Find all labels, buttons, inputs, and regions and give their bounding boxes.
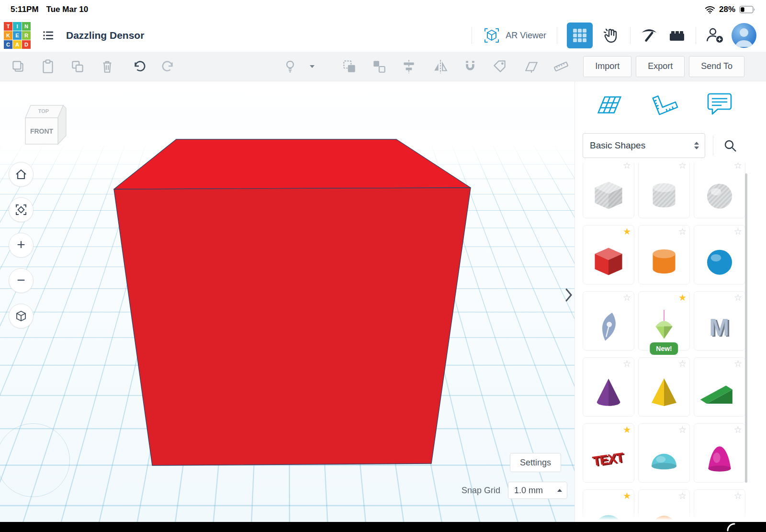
shape-tile-hole-sphere[interactable]: ☆	[694, 163, 745, 218]
export-button[interactable]: Export	[636, 56, 685, 77]
favorite-star-icon[interactable]: ★	[623, 424, 631, 435]
workplane-helper-button[interactable]	[594, 90, 623, 118]
user-avatar[interactable]	[732, 23, 756, 48]
shape-tile-tube[interactable]: ☆	[638, 489, 690, 522]
shape-tile-top[interactable]: ★New!	[638, 291, 690, 351]
ar-viewer-label: AR Viewer	[506, 31, 546, 41]
shape-tile-pyramid[interactable]: ☆	[638, 357, 690, 417]
share-button[interactable]	[703, 24, 726, 47]
favorite-star-icon[interactable]: ☆	[623, 292, 631, 303]
history-icon-group	[130, 58, 177, 75]
ruler-helper-button[interactable]	[649, 90, 679, 118]
delete-icon[interactable]	[99, 58, 116, 75]
paint-icon[interactable]	[491, 58, 508, 75]
shape-tile-prism[interactable]: ☆	[694, 489, 745, 522]
favorite-star-icon[interactable]: ☆	[734, 424, 742, 435]
red-box-object[interactable]	[0, 81, 574, 522]
editor-mode-button[interactable]	[567, 23, 593, 48]
notes-button[interactable]	[705, 90, 734, 118]
home-view-button[interactable]	[9, 162, 34, 187]
shape-tile-text3d[interactable]: ★TEXTTEXT	[583, 423, 634, 483]
fit-view-icon	[15, 204, 27, 216]
box-shape	[588, 241, 629, 284]
undo-icon[interactable]	[130, 58, 147, 75]
shape-tile-box[interactable]: ★	[583, 225, 634, 284]
favorite-star-icon[interactable]: ☆	[734, 292, 742, 303]
favorite-star-icon[interactable]: ☆	[678, 424, 687, 435]
logo-tile: E	[13, 31, 22, 40]
shape-search-button[interactable]	[720, 136, 740, 156]
panel-scrollbar-thumb[interactable]	[745, 173, 747, 483]
shape-tile-hole-cylinder[interactable]: ☆	[638, 163, 690, 218]
duplicate-icon[interactable]	[69, 58, 86, 75]
logo-tile: D	[22, 40, 31, 49]
favorite-star-icon[interactable]: ☆	[734, 358, 742, 369]
battery-icon	[739, 6, 755, 13]
paste-icon[interactable]	[39, 58, 56, 75]
shape-gallery-scroll-area[interactable]: ☆☆☆★☆☆☆★New!☆MM☆☆☆★TEXTTEXT☆☆★☆☆	[583, 163, 747, 522]
favorite-star-icon[interactable]: ☆	[734, 163, 742, 171]
favorite-star-icon[interactable]: ☆	[678, 490, 687, 501]
design-menu-icon[interactable]	[42, 29, 55, 42]
shape-tile-cone[interactable]: ☆	[583, 357, 634, 417]
redo-icon[interactable]	[160, 58, 177, 75]
ungroup-icon[interactable]	[371, 58, 388, 75]
view-cube[interactable]: TOP FRONT	[13, 99, 70, 147]
notes-bubble-icon	[705, 90, 734, 118]
hand-gesture-button[interactable]	[600, 24, 623, 47]
fit-view-button[interactable]	[9, 197, 34, 222]
wifi-icon	[705, 6, 715, 14]
select-carets-icon	[694, 142, 699, 149]
copy-icon[interactable]	[10, 58, 27, 75]
favorite-star-icon[interactable]: ★	[623, 226, 631, 237]
favorite-star-icon[interactable]: ☆	[678, 358, 687, 369]
ruler-icon[interactable]	[552, 58, 570, 75]
favorite-star-icon[interactable]: ☆	[678, 226, 687, 237]
shape-tile-sphere[interactable]: ☆	[694, 225, 745, 284]
settings-button[interactable]: Settings	[510, 453, 561, 472]
shape-tile-scribble[interactable]: ☆	[583, 291, 634, 351]
align-icon[interactable]	[400, 58, 417, 75]
magnet-icon[interactable]	[462, 58, 479, 75]
favorite-star-icon[interactable]: ★	[678, 292, 687, 303]
mirror-icon[interactable]	[432, 58, 449, 75]
snap-grid-select[interactable]: 1.0 mm	[508, 482, 567, 499]
divider	[557, 27, 557, 44]
favorite-star-icon[interactable]: ★	[623, 490, 631, 501]
divider	[696, 27, 696, 44]
show-all-caret[interactable]	[304, 58, 321, 75]
view-cube-front-label[interactable]: FRONT	[30, 127, 54, 135]
zoom-in-button[interactable]: +	[9, 233, 34, 258]
shape-tile-letter[interactable]: ☆MM	[694, 291, 745, 351]
shape-tile-half-sphere[interactable]: ☆	[638, 423, 690, 483]
favorite-star-icon[interactable]: ☆	[623, 358, 631, 369]
zoom-out-button[interactable]: −	[9, 268, 34, 293]
shape-tile-roof[interactable]: ☆	[694, 357, 745, 417]
import-button[interactable]: Import	[583, 56, 631, 77]
shape-tile-ring[interactable]: ★	[583, 489, 634, 522]
sphere-shape	[699, 241, 740, 284]
tinkercad-logo[interactable]: TINKERCAD	[4, 22, 31, 49]
shape-tile-hole-box[interactable]: ☆	[583, 163, 634, 218]
blocks-mode-button[interactable]	[638, 24, 661, 47]
perspective-toggle-button[interactable]	[9, 304, 34, 328]
group-icon[interactable]	[341, 58, 358, 75]
show-all-icon[interactable]	[282, 58, 299, 75]
shapes-panel: Basic Shapes ☆☆☆★☆☆☆★New!☆MM☆☆☆★TEXTTEXT…	[574, 81, 766, 522]
view-cube-top-label[interactable]: TOP	[38, 108, 49, 114]
logo-tile: A	[13, 40, 22, 49]
shape-category-select[interactable]: Basic Shapes	[583, 133, 705, 158]
favorite-star-icon[interactable]: ☆	[678, 163, 687, 171]
clock-time: 5:11PM	[11, 5, 39, 14]
bricks-mode-button[interactable]	[665, 24, 688, 47]
favorite-star-icon[interactable]: ☆	[623, 163, 631, 171]
shape-tile-cylinder[interactable]: ☆	[638, 225, 690, 284]
favorite-star-icon[interactable]: ☆	[734, 490, 742, 501]
send-to-button[interactable]: Send To	[689, 56, 744, 77]
ar-viewer-button[interactable]: AR Viewer	[477, 26, 552, 45]
shape-tile-paraboloid[interactable]: ☆	[694, 423, 745, 483]
workplane-icon[interactable]	[523, 58, 540, 75]
favorite-star-icon[interactable]: ☆	[734, 226, 742, 237]
panel-collapse-handle[interactable]	[564, 282, 574, 308]
3d-viewport[interactable]: TOP FRONT + − Settings	[0, 81, 574, 522]
